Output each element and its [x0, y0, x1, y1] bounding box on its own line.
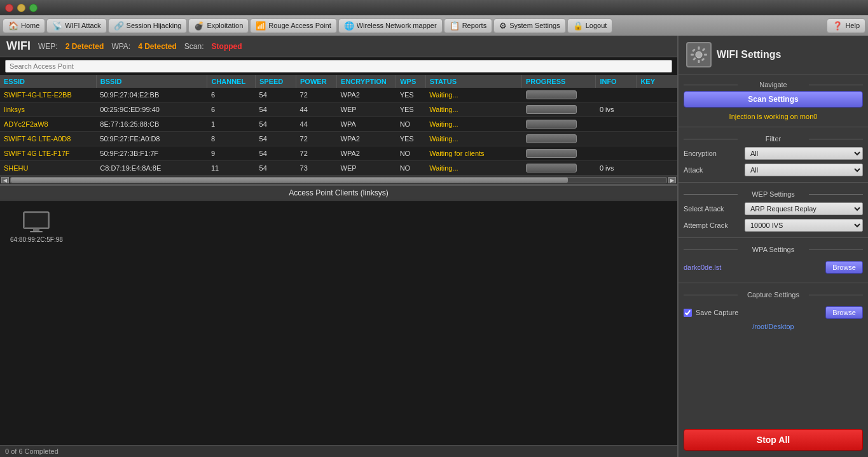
cell-channel: 9 [207, 146, 256, 161]
table-row[interactable]: SWIFT-4G-LTE-E2BB 50:9F:27:04:E2:BB 6 54… [0, 88, 677, 102]
svg-rect-5 [698, 46, 700, 50]
wifi-title: WIFI [6, 39, 31, 53]
table-scrollbar[interactable]: ◀ ▶ [0, 176, 677, 185]
cell-bssid: 50:9F:27:FE:A0:D8 [96, 132, 207, 146]
nav-help[interactable]: ❓ Help [827, 18, 865, 33]
cell-power: 44 [296, 117, 337, 132]
svg-rect-10 [701, 58, 705, 62]
wep-label: WEP: [38, 42, 58, 51]
col-encryption[interactable]: ENCRYPTION [337, 75, 396, 88]
main-area: WIFI WEP: 2 Detected WPA: 4 Detected Sca… [0, 36, 868, 457]
col-bssid[interactable]: BSSID [96, 75, 207, 88]
capture-path[interactable]: /root/Desktop [684, 321, 863, 332]
nav-session-hijacking[interactable]: 🔗 Session Hijacking [108, 18, 188, 33]
nav-home[interactable]: 🏠 Home [3, 18, 45, 33]
col-power[interactable]: POWER [296, 75, 337, 88]
attack-row: Attack All ARP Request Replay Chop Chop [679, 162, 868, 178]
cell-channel: 1 [207, 117, 256, 132]
cell-progress [522, 146, 596, 161]
save-capture-row: Save Capture Browse [684, 304, 863, 321]
nav-sys-settings-label: System Settings [509, 22, 560, 29]
scroll-right-button[interactable]: ▶ [668, 177, 676, 183]
scroll-track[interactable] [10, 177, 667, 183]
attack-select[interactable]: All ARP Request Replay Chop Chop [745, 164, 863, 176]
filter-section: Filter Encryption All WEP WPA WPA2 Attac… [679, 131, 868, 178]
col-key[interactable]: KEY [637, 75, 677, 88]
rouge-icon: 📶 [256, 21, 266, 31]
nav-logout[interactable]: 🔒 Logout [567, 18, 613, 33]
col-wps[interactable]: WPS [396, 75, 426, 88]
scroll-left-button[interactable]: ◀ [1, 177, 9, 183]
select-attack-label: Select Attack [684, 205, 741, 213]
col-progress[interactable]: PROGRESS [522, 75, 596, 88]
stop-all-button[interactable]: Stop All [684, 429, 863, 451]
nav-system-settings[interactable]: ⚙ System Settings [493, 18, 565, 33]
col-channel[interactable]: CHANNEL [207, 75, 256, 88]
cell-bssid: 50:9F:27:04:E2:BB [96, 88, 207, 102]
svg-point-4 [696, 52, 702, 58]
filter-label: Filter [684, 135, 863, 143]
cell-status: Waiting... [425, 102, 521, 117]
search-input[interactable] [5, 60, 672, 73]
divider-1 [679, 127, 868, 127]
table-row[interactable]: SWIFT 4G LTE-A0D8 50:9F:27:FE:A0:D8 8 54… [0, 132, 677, 146]
nav-wifi-label: WIFI Attack [65, 22, 100, 29]
scan-settings-button[interactable]: Scan Settings [684, 91, 863, 108]
cell-status: Waiting... [425, 161, 521, 176]
cell-essid: linksys [0, 102, 96, 117]
nav-logout-label: Logout [586, 22, 607, 29]
cell-wps: YES [396, 102, 426, 117]
svg-rect-11 [692, 57, 696, 61]
monitor-icon [22, 211, 50, 234]
attempt-crack-select[interactable]: 10000 IVS 20000 IVS 50000 IVS [745, 219, 863, 232]
cell-info: 0 ivs [596, 161, 637, 176]
table-row[interactable]: SHEHU C8:D7:19:E4:8A:8E 11 54 73 WEP NO … [0, 161, 677, 176]
right-panel: WIFI Settings Navigate Scan Settings Inj… [677, 36, 868, 457]
nav-wifi-attack[interactable]: 📡 WIFI Attack [46, 18, 106, 33]
nav-exploit-label: Exploitation [207, 22, 243, 29]
cell-info [596, 132, 637, 146]
close-button[interactable] [5, 4, 13, 12]
cell-power: 72 [296, 132, 337, 146]
nav-rouge-ap[interactable]: 📶 Rouge Access Point [250, 18, 336, 33]
client-item[interactable]: 64:80:99:2C:5F:98 [6, 207, 67, 247]
progress-bar-bg [526, 120, 577, 129]
cell-progress [522, 161, 596, 176]
col-essid[interactable]: ESSID [0, 75, 96, 88]
titlebar [0, 0, 868, 15]
col-info[interactable]: INFO [596, 75, 637, 88]
cell-info [596, 88, 637, 102]
wep-settings-section: WEP Settings Select Attack ARP Request R… [679, 186, 868, 234]
wpa-filename[interactable]: darkc0de.lst [684, 264, 822, 271]
cell-info: 0 ivs [596, 102, 637, 117]
cell-speed: 54 [256, 117, 296, 132]
minimize-button[interactable] [17, 4, 25, 12]
col-status[interactable]: STATUS [425, 75, 521, 88]
progress-bar-bg [526, 105, 577, 114]
maximize-button[interactable] [29, 4, 38, 12]
table-row[interactable]: linksys 00:25:9C:ED:99:40 6 54 44 WEP YE… [0, 102, 677, 117]
gear-svg [690, 46, 708, 64]
capture-browse-button[interactable]: Browse [825, 306, 863, 319]
select-attack-select[interactable]: ARP Request Replay Chop Chop Fragmentati… [745, 202, 863, 215]
ap-table-body: SWIFT-4G-LTE-E2BB 50:9F:27:04:E2:BB 6 54… [0, 88, 677, 176]
encryption-select[interactable]: All WEP WPA WPA2 [745, 147, 863, 160]
svg-rect-6 [698, 60, 700, 63]
cell-status: Waiting... [425, 117, 521, 132]
nav-exploitation[interactable]: 💣 Exploitation [188, 18, 249, 33]
cell-encryption: WEP [337, 161, 396, 176]
cell-power: 72 [296, 146, 337, 161]
nav-reports[interactable]: 📋 Reports [444, 18, 493, 33]
save-capture-checkbox[interactable] [684, 309, 692, 317]
nav-wireless-mapper[interactable]: 🌐 Wireless Network mapper [338, 18, 443, 33]
cell-power: 44 [296, 102, 337, 117]
wpa-browse-button[interactable]: Browse [825, 261, 863, 274]
wifi-settings-header: WIFI Settings [679, 36, 868, 74]
scan-status: Stopped [212, 42, 242, 51]
table-row[interactable]: ADYc2F2aW8 8E:77:16:25:88:CB 1 54 44 WPA… [0, 117, 677, 132]
nav-mapper-label: Wireless Network mapper [357, 22, 437, 29]
scroll-thumb [11, 178, 568, 183]
table-row[interactable]: SWIFT 4G LTE-F17F 50:9F:27:3B:F1:7F 9 54… [0, 146, 677, 161]
cell-wps: NO [396, 117, 426, 132]
col-speed[interactable]: SPEED [256, 75, 296, 88]
